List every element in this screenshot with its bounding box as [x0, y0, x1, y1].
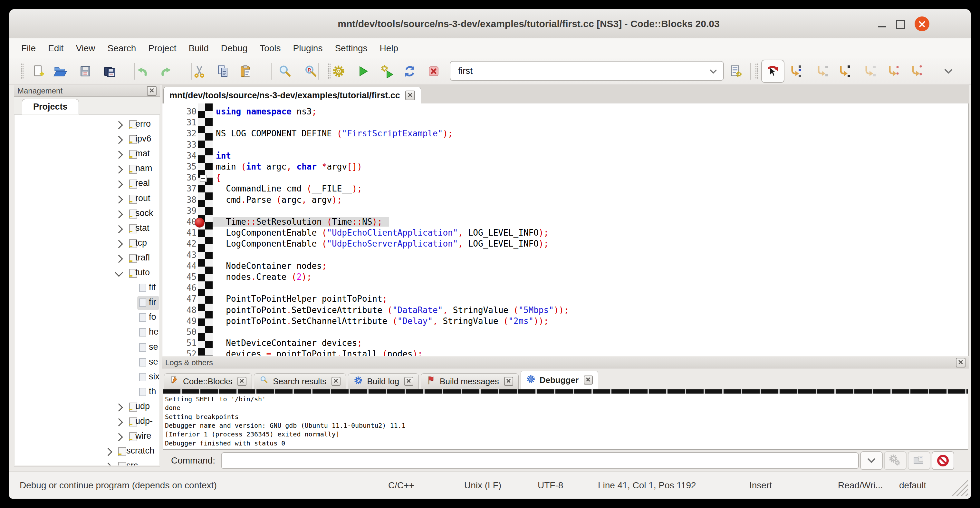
line-number[interactable]: 41 [162, 228, 197, 237]
tree-item-rout[interactable]: rout [15, 192, 159, 207]
editor-tab[interactable]: mnt/dev/tools/source/ns-3-dev/examples/t… [163, 87, 421, 104]
logs-tab-close-icon[interactable] [331, 377, 340, 386]
maximize-button[interactable] [893, 16, 907, 31]
line-number[interactable]: 47 [162, 294, 197, 304]
tree-item-trafl[interactable]: trafl [15, 251, 159, 266]
chevron-right-icon[interactable] [115, 403, 123, 411]
minimize-button[interactable] [875, 16, 889, 31]
menu-plugins[interactable]: Plugins [287, 43, 329, 54]
chevron-right-icon[interactable] [115, 240, 123, 248]
line-number[interactable]: 31 [162, 118, 197, 127]
line-number[interactable]: 44 [162, 261, 197, 271]
tree-item-src[interactable]: src [15, 459, 159, 465]
tree-item-se[interactable]: se [15, 341, 159, 355]
step-into-icon[interactable] [835, 62, 853, 80]
resize-grip[interactable] [951, 479, 968, 496]
line-number[interactable]: 35 [162, 162, 197, 172]
save-all-icon[interactable] [101, 62, 119, 80]
line-number[interactable]: 49 [162, 316, 197, 326]
tree-item-fif[interactable]: fif [15, 281, 159, 296]
open-file-icon[interactable] [51, 62, 68, 80]
chevron-right-icon[interactable] [104, 463, 112, 465]
tree-item-stat[interactable]: stat [15, 221, 159, 236]
tree-item-udp[interactable]: udp [15, 400, 159, 414]
tree-item-ipv6[interactable]: ipv6 [15, 132, 159, 147]
step-out-icon[interactable] [860, 62, 878, 80]
tree-item-scratch[interactable]: scratch [15, 444, 159, 459]
line-number[interactable]: 39 [162, 206, 197, 216]
tree-item-nam[interactable]: nam [15, 162, 159, 177]
titlebar[interactable]: mnt/dev/tools/source/ns-3-dev/examples/t… [10, 10, 970, 39]
tree-item-mat[interactable]: mat [15, 147, 159, 162]
line-number[interactable]: 43 [162, 250, 197, 260]
menu-edit[interactable]: Edit [42, 43, 70, 54]
line-number[interactable]: 32 [162, 129, 197, 138]
chevron-down-icon[interactable] [115, 269, 123, 277]
toolbar-grip[interactable] [755, 63, 758, 79]
tree-item-th[interactable]: th [15, 385, 159, 400]
stop-debugger-icon[interactable] [932, 451, 954, 470]
command-history-dropdown-icon[interactable] [860, 451, 883, 470]
code-area[interactable]: 30using namespace ns3;3132NS_LOG_COMPONE… [162, 104, 969, 356]
tree-item-wire[interactable]: wire [15, 429, 159, 444]
tree-item-tcp[interactable]: tcp [15, 236, 159, 251]
save-file-icon[interactable] [76, 62, 94, 80]
logs-tab-close-icon[interactable] [584, 376, 593, 385]
logs-tab-close-icon[interactable] [404, 377, 413, 386]
next-instruction-icon[interactable] [884, 62, 902, 80]
breakpoint-marker[interactable] [194, 218, 205, 228]
toolbar-overflow-icon[interactable] [939, 62, 958, 80]
redo-icon[interactable] [158, 62, 176, 80]
build-and-run-icon[interactable] [378, 62, 396, 80]
line-number[interactable]: 33 [162, 140, 197, 150]
logs-tab-build-messages[interactable]: Build messages [421, 373, 519, 389]
editor-tab-close-icon[interactable] [405, 91, 415, 100]
build-target-select[interactable]: first [450, 61, 724, 81]
tree-item-fo[interactable]: fo [15, 311, 159, 325]
line-number[interactable]: 52 [162, 349, 197, 356]
menu-file[interactable]: File [15, 43, 42, 54]
logs-tab-close-icon[interactable] [504, 377, 513, 386]
chevron-right-icon[interactable] [115, 195, 123, 204]
step-into-instruction-icon[interactable] [907, 62, 925, 80]
chevron-right-icon[interactable] [115, 180, 123, 189]
logs-tab-search-results[interactable]: Search results [254, 373, 346, 389]
tree-item-sock[interactable]: sock [15, 207, 159, 221]
debugger-command-input[interactable] [221, 452, 859, 469]
tree-item-erro[interactable]: erro [15, 117, 159, 132]
chevron-right-icon[interactable] [115, 136, 123, 144]
debug-settings-icon[interactable] [884, 451, 907, 470]
copy-icon[interactable] [214, 62, 232, 80]
tree-item-tuto[interactable]: tuto [15, 266, 159, 281]
cut-icon[interactable] [190, 62, 208, 80]
menu-debug[interactable]: Debug [215, 43, 254, 54]
chevron-right-icon[interactable] [115, 166, 123, 174]
rebuild-icon[interactable] [401, 62, 419, 80]
tab-projects[interactable]: Projects [22, 99, 79, 115]
menu-help[interactable]: Help [374, 43, 405, 54]
find-and-replace-icon[interactable]: R [302, 62, 320, 80]
chevron-right-icon[interactable] [115, 418, 123, 426]
logs-close-icon[interactable] [956, 358, 966, 368]
run-to-cursor-icon[interactable] [786, 62, 804, 80]
management-close-icon[interactable] [147, 86, 157, 96]
project-tree[interactable]: erroipv6matnamrealroutsockstattcptrafltu… [15, 115, 159, 465]
line-number[interactable]: 30 [162, 107, 197, 116]
copy-log-icon[interactable] [908, 451, 931, 470]
fold-marker-icon[interactable] [200, 175, 207, 182]
chevron-right-icon[interactable] [115, 210, 123, 218]
line-number[interactable]: 36 [162, 173, 197, 182]
tree-item-se[interactable]: se [15, 355, 159, 370]
menu-tools[interactable]: Tools [253, 43, 287, 54]
find-icon[interactable] [276, 62, 294, 80]
line-number[interactable]: 34 [162, 151, 197, 161]
run-icon[interactable] [353, 62, 371, 80]
tree-item-real[interactable]: real [15, 177, 159, 191]
logs-tab-close-icon[interactable] [237, 377, 247, 386]
menu-search[interactable]: Search [102, 43, 142, 54]
line-number[interactable]: 51 [162, 338, 197, 348]
menu-build[interactable]: Build [182, 43, 215, 54]
chevron-right-icon[interactable] [104, 448, 112, 456]
menu-project[interactable]: Project [142, 43, 182, 54]
tree-item-six[interactable]: six [15, 370, 159, 385]
